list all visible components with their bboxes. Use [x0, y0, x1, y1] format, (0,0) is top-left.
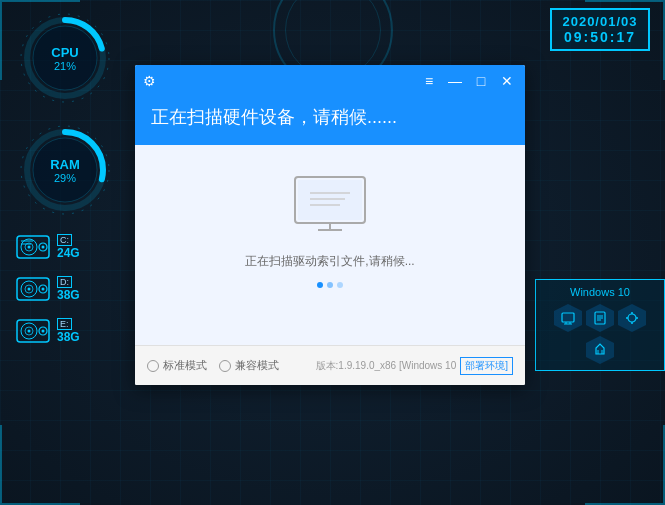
windows-badge: Windows 10 — [535, 279, 665, 371]
svg-point-18 — [42, 288, 45, 291]
radio-compat[interactable]: 兼容模式 — [219, 358, 279, 373]
window-header: 正在扫描硬件设备，请稍候...... — [135, 97, 525, 145]
corner-decoration-tl — [0, 0, 80, 80]
svg-point-10 — [42, 246, 45, 249]
svg-point-36 — [628, 314, 636, 322]
svg-point-24 — [42, 330, 45, 333]
hex-icon-1 — [554, 304, 582, 332]
svg-point-15 — [28, 246, 31, 249]
disk-e-size: 38G — [57, 330, 80, 344]
version-text: 版本:1.9.19.0_x86 [Windows 10 — [316, 359, 457, 373]
scanning-subtext: 正在扫描驱动索引文件,请稍候... — [245, 253, 414, 270]
disk-e-letter: E: — [57, 318, 72, 330]
radio-standard[interactable]: 标准模式 — [147, 358, 207, 373]
maximize-button[interactable]: □ — [471, 71, 491, 91]
radio-standard-label: 标准模式 — [163, 358, 207, 373]
svg-point-21 — [28, 288, 31, 291]
window-titlebar: ⚙ ≡ — □ ✕ — [135, 65, 525, 97]
monitor-icon — [290, 175, 370, 235]
os-label: Windows 10 — [546, 286, 654, 298]
ram-value: 29% — [50, 172, 80, 184]
radio-compat-label: 兼容模式 — [235, 358, 279, 373]
disk-d-info: D: 38G — [57, 276, 80, 302]
disk-d: D: 38G — [15, 274, 115, 304]
radio-compat-circle — [219, 360, 231, 372]
window-controls: ≡ — □ ✕ — [419, 71, 517, 91]
svg-rect-44 — [298, 180, 362, 220]
dot-1 — [317, 282, 323, 288]
minimize-button[interactable]: — — [445, 71, 465, 91]
disk-c: C: 24G — [15, 232, 115, 262]
disk-d-size: 38G — [57, 288, 80, 302]
dot-3 — [337, 282, 343, 288]
disk-e: E: 38G — [15, 316, 115, 346]
ram-gauge-label: RAM 29% — [50, 157, 80, 184]
dot-2 — [327, 282, 333, 288]
ram-gauge: RAM 29% — [15, 120, 115, 220]
svg-rect-28 — [562, 313, 574, 322]
radio-standard-circle — [147, 360, 159, 372]
corner-decoration-br — [585, 425, 665, 505]
window-title: 正在扫描硬件设备，请稍候...... — [151, 105, 509, 129]
hex-icon-2 — [586, 304, 614, 332]
main-window: ⚙ ≡ — □ ✕ 正在扫描硬件设备，请稍候...... 正在扫描驱动索引文件,… — [135, 65, 525, 385]
corner-decoration-tr — [585, 0, 665, 80]
corner-decoration-bl — [0, 425, 80, 505]
close-button[interactable]: ✕ — [497, 71, 517, 91]
win-icons-container — [546, 304, 654, 364]
footer-radios: 标准模式 兼容模式 — [147, 358, 279, 373]
hex-icon-3 — [618, 304, 646, 332]
ram-title: RAM — [50, 157, 80, 172]
window-footer: 标准模式 兼容模式 版本:1.9.19.0_x86 [Windows 10 部署… — [135, 345, 525, 385]
app-icon: ⚙ — [143, 73, 156, 89]
deploy-badge: 部署环境] — [460, 357, 513, 375]
disk-e-info: E: 38G — [57, 318, 80, 344]
menu-icon[interactable]: ≡ — [419, 71, 439, 91]
disk-c-size: 24G — [57, 246, 80, 260]
hex-icon-4 — [586, 336, 614, 364]
disk-d-letter: D: — [57, 276, 72, 288]
loading-dots — [317, 282, 343, 288]
disk-c-info: C: 24G — [57, 234, 80, 260]
disk-c-letter: C: — [57, 234, 72, 246]
svg-point-27 — [28, 330, 31, 333]
